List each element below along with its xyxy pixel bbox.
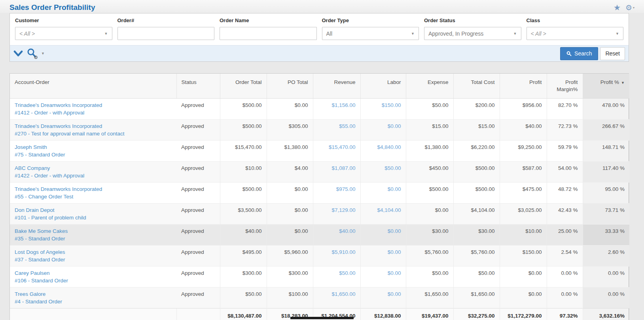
column-header-po_total[interactable]: PO Total xyxy=(267,74,313,98)
labor-link[interactable]: $0.00 xyxy=(388,228,401,234)
table-row[interactable]: Don Drain Depot#101 - Parent of problem … xyxy=(10,203,629,224)
cell-expense: $1,650.00 xyxy=(406,287,453,308)
cell-total_cost: $6,220.00 xyxy=(453,140,500,161)
table-row[interactable]: Trinadee's Dreamworks Incorporated#55 - … xyxy=(10,182,629,203)
account-link[interactable]: Trinadee's Dreamworks Incorporated xyxy=(15,101,172,109)
table-row[interactable]: Lost Dogs of Angeles#37 - Standard Order… xyxy=(10,245,629,266)
table-row[interactable]: Bake Me Some Cakes#35 - Standard OrderAp… xyxy=(10,224,629,245)
cell-account-order: Carey Paulsen#106 - Standard Order xyxy=(10,266,176,287)
order-link[interactable]: #37 - Standard Order xyxy=(15,256,172,263)
account-link[interactable]: Trinadee's Dreamworks Incorporated xyxy=(15,185,172,193)
column-header-profit_pct[interactable]: Profit %▼ xyxy=(583,74,629,98)
order-status-select[interactable]: Approved, In Progress ▼ xyxy=(424,27,521,40)
cell-status: Approved xyxy=(176,119,220,140)
search-button[interactable]: Search xyxy=(560,47,598,60)
class-select[interactable]: < All > ▼ xyxy=(527,27,624,40)
order-status-label: Order Status xyxy=(424,17,521,23)
cell-profit: $40.00 xyxy=(500,119,547,140)
account-link[interactable]: Trinadee's Dreamworks Incorporated xyxy=(15,122,172,130)
cell-profit_margin: 0.00 % xyxy=(547,266,583,287)
column-header-order_total[interactable]: Order Total xyxy=(220,74,267,98)
cell-revenue: $50.00 xyxy=(313,266,360,287)
class-label: Class xyxy=(527,17,624,23)
favorite-star-icon[interactable]: ★ xyxy=(614,4,621,11)
account-link[interactable]: Lost Dogs of Angeles xyxy=(15,248,172,256)
cell-account-order: Trinadee's Dreamworks Incorporated#270 -… xyxy=(10,119,176,140)
labor-link[interactable]: $4,840.00 xyxy=(377,144,401,150)
gear-icon: ⚙ xyxy=(625,4,632,11)
table-row[interactable]: Carey Paulsen#106 - Standard OrderApprov… xyxy=(10,266,629,287)
revenue-link[interactable]: $55.00 xyxy=(339,123,355,129)
labor-link[interactable]: $4,104.00 xyxy=(377,207,401,213)
revenue-link[interactable]: $7,129.00 xyxy=(331,207,355,213)
account-link[interactable]: ABC Company xyxy=(15,164,172,172)
revenue-link[interactable]: $1,087.00 xyxy=(331,165,355,171)
labor-link[interactable]: $0.00 xyxy=(388,291,401,297)
order-link[interactable]: #4 - Standard Order xyxy=(15,298,172,305)
order-link[interactable]: #101 - Parent of problem child xyxy=(15,214,172,221)
reset-button[interactable]: Reset xyxy=(600,47,625,60)
table-row[interactable]: Joseph Smith#75 - Standard OrderApproved… xyxy=(10,140,629,161)
labor-link[interactable]: $0.00 xyxy=(388,123,401,129)
column-header-profit[interactable]: Profit xyxy=(500,74,547,98)
settings-menu[interactable]: ⚙ ▾ xyxy=(625,4,635,11)
order-link[interactable]: #1412 - Order - with Approval xyxy=(15,109,172,116)
column-header-total_cost[interactable]: Total Cost xyxy=(453,74,500,98)
order-link[interactable]: #270 - Test for approval email name of c… xyxy=(15,130,172,137)
cell-expense: $1,380.00 xyxy=(406,140,453,161)
search-settings-icon[interactable]: ⚙ xyxy=(27,48,38,59)
column-header-profit_margin[interactable]: Profit Margin% xyxy=(547,74,583,98)
order-link[interactable]: #75 - Standard Order xyxy=(15,151,172,158)
labor-link[interactable]: $150.00 xyxy=(382,102,401,108)
cell-revenue: $975.00 xyxy=(313,182,360,203)
account-link[interactable]: Carey Paulsen xyxy=(15,269,172,277)
revenue-link[interactable]: $15,470.00 xyxy=(329,144,356,150)
order-link[interactable]: #35 - Standard Order xyxy=(15,235,172,242)
order-link[interactable]: #106 - Standard Order xyxy=(15,277,172,284)
account-link[interactable]: Trees Galore xyxy=(15,290,172,298)
collapse-filters-chevron-icon[interactable] xyxy=(13,50,23,57)
total-total_cost: $32,275.00 xyxy=(453,308,500,320)
order-link[interactable]: #55 - Change Order Test xyxy=(15,193,172,200)
cell-profit_margin: 42.43 % xyxy=(547,203,583,224)
account-link[interactable]: Don Drain Depot xyxy=(15,206,172,214)
cell-total_cost: $5,760.00 xyxy=(453,245,500,266)
account-link[interactable]: Joseph Smith xyxy=(15,143,172,151)
cell-status: Approved xyxy=(176,203,220,224)
order-type-select[interactable]: All ▼ xyxy=(322,27,419,40)
account-link[interactable]: Bake Me Some Cakes xyxy=(15,227,172,235)
order-status-value: Approved, In Progress xyxy=(428,30,483,37)
table-row[interactable]: ABC Company#1422 - Order - with Approval… xyxy=(10,161,629,182)
labor-link[interactable]: $0.00 xyxy=(388,249,401,255)
labor-link[interactable]: $50.00 xyxy=(385,165,401,171)
cell-expense: $5,760.00 xyxy=(406,245,453,266)
table-row[interactable]: Trees Galore#4 - Standard OrderApproved$… xyxy=(10,287,629,308)
column-header-expense[interactable]: Expense xyxy=(406,74,453,98)
table-row[interactable]: Trinadee's Dreamworks Incorporated#270 -… xyxy=(10,119,629,140)
chevron-down-icon[interactable]: ▼ xyxy=(41,51,45,55)
customer-select[interactable]: < All > ▼ xyxy=(15,27,112,40)
order-name-input[interactable] xyxy=(220,27,317,40)
order-link[interactable]: #1422 - Order - with Approval xyxy=(15,172,172,179)
revenue-link[interactable]: $50.00 xyxy=(339,270,355,276)
cell-profit_margin: 0.00 % xyxy=(547,287,583,308)
column-header-status[interactable]: Status xyxy=(176,74,220,98)
cell-account-order: Bake Me Some Cakes#35 - Standard Order xyxy=(10,224,176,245)
labor-link[interactable]: $0.00 xyxy=(388,270,401,276)
order-number-input[interactable] xyxy=(117,27,215,40)
column-header-account[interactable]: Account-Order xyxy=(10,74,176,98)
cell-profit: $956.00 xyxy=(500,98,547,119)
total-profit: $1,172,279.00 xyxy=(500,308,547,320)
column-header-revenue[interactable]: Revenue xyxy=(313,74,360,98)
revenue-link[interactable]: $40.00 xyxy=(339,228,355,234)
labor-link[interactable]: $0.00 xyxy=(388,186,401,192)
revenue-link[interactable]: $975.00 xyxy=(336,186,356,192)
revenue-link[interactable]: $5,910.00 xyxy=(331,249,355,255)
cell-profit_margin: 82.70 % xyxy=(547,98,583,119)
revenue-link[interactable]: $1,650.00 xyxy=(331,291,355,297)
column-header-labor[interactable]: Labor xyxy=(360,74,406,98)
revenue-link[interactable]: $1,156.00 xyxy=(331,102,355,108)
cell-po_total: $0.00 xyxy=(267,224,313,245)
table-row[interactable]: Trinadee's Dreamworks Incorporated#1412 … xyxy=(10,98,629,119)
cell-labor: $4,104.00 xyxy=(360,203,406,224)
